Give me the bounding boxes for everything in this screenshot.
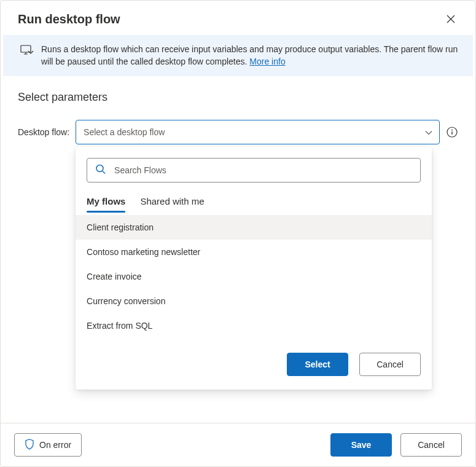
search-box: [87, 158, 421, 182]
footer-right: Save Cancel: [330, 433, 462, 457]
field-info-button[interactable]: [446, 126, 458, 138]
dialog-title: Run desktop flow: [18, 12, 120, 26]
info-banner-text: Runs a desktop flow which can receive in…: [41, 44, 461, 68]
section-title: Select parameters: [18, 91, 458, 104]
desktop-flow-select-wrapper: Select a desktop flow My flows Sha: [76, 120, 440, 144]
svg-point-6: [451, 130, 453, 131]
select-placeholder: Select a desktop flow: [84, 127, 165, 137]
desktop-flow-select[interactable]: Select a desktop flow: [76, 120, 440, 144]
save-button[interactable]: Save: [330, 433, 392, 457]
flow-dropdown-panel: My flows Shared with me Client registrat…: [76, 147, 432, 390]
tab-shared-with-me[interactable]: Shared with me: [140, 191, 204, 211]
tab-my-flows[interactable]: My flows: [87, 191, 125, 211]
svg-line-4: [103, 171, 105, 174]
flow-item[interactable]: Contoso marketing newsletter: [76, 240, 432, 264]
dialog-header: Run desktop flow: [1, 1, 475, 35]
flow-item[interactable]: Create invoice: [76, 264, 432, 289]
flow-list: Client registration Contoso marketing ne…: [76, 215, 432, 338]
desktop-flow-label: Desktop flow:: [18, 127, 69, 137]
close-icon: [447, 15, 455, 23]
close-button[interactable]: [443, 12, 458, 26]
more-info-link[interactable]: More info: [249, 57, 285, 66]
run-desktop-flow-dialog: Run desktop flow Runs a desktop flow whi…: [0, 0, 476, 467]
dialog-footer: On error Save Cancel: [1, 423, 475, 466]
cancel-button[interactable]: Cancel: [400, 433, 462, 457]
svg-rect-0: [21, 45, 31, 52]
desktop-flow-icon: [20, 45, 34, 58]
on-error-button[interactable]: On error: [14, 433, 82, 457]
dropdown-cancel-button[interactable]: Cancel: [359, 353, 421, 376]
dropdown-tabs: My flows Shared with me: [76, 191, 432, 211]
flow-item[interactable]: Currency conversion: [76, 289, 432, 313]
select-button[interactable]: Select: [287, 353, 348, 376]
flow-item[interactable]: Client registration: [76, 215, 432, 240]
on-error-label: On error: [39, 440, 71, 450]
dialog-content: Select parameters Desktop flow: Select a…: [1, 76, 475, 423]
desktop-flow-field-row: Desktop flow: Select a desktop flow: [18, 120, 458, 144]
shield-icon: [25, 439, 34, 452]
search-icon: [95, 164, 106, 177]
search-flows-input[interactable]: [87, 158, 421, 182]
chevron-down-icon: [425, 127, 432, 137]
flow-item[interactable]: Extract from SQL: [76, 313, 432, 338]
svg-point-3: [96, 165, 103, 172]
dropdown-footer: Select Cancel: [76, 343, 432, 379]
info-banner: Runs a desktop flow which can receive in…: [3, 35, 473, 76]
info-icon: [447, 127, 458, 138]
